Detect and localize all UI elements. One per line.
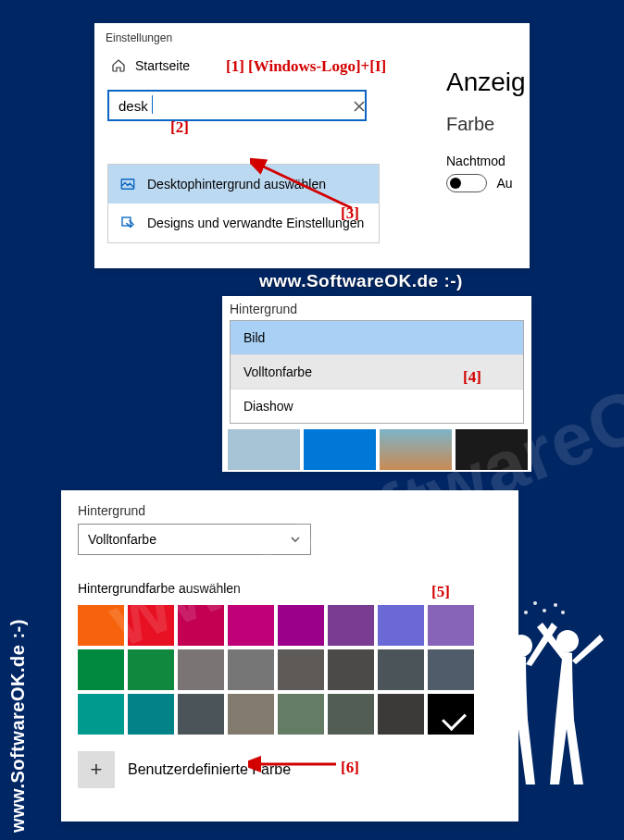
settings-right-pane: Anzeig Farbe Nachtmod Au	[446, 68, 526, 192]
svg-point-8	[533, 601, 537, 605]
thumbnail[interactable]	[456, 429, 528, 470]
svg-rect-1	[122, 217, 131, 226]
picture-icon	[119, 176, 136, 192]
color-swatch[interactable]	[78, 605, 124, 646]
plus-icon: +	[91, 758, 103, 782]
svg-point-7	[554, 603, 557, 607]
color-swatch[interactable]	[78, 694, 124, 735]
clear-search-button[interactable]	[350, 97, 368, 116]
color-swatch[interactable]	[228, 649, 274, 690]
svg-point-9	[561, 611, 565, 614]
color-swatch[interactable]	[78, 649, 124, 690]
chevron-down-icon	[290, 534, 301, 545]
custom-color-label: Benutzerdefinierte Farbe	[128, 761, 291, 778]
color-grid	[78, 605, 502, 735]
search-suggestions: Desktophintergrund auswählen Designs und…	[107, 164, 380, 243]
background-dropdown-panel: Hintergrund Bild Volltonfarbe Diashow	[222, 296, 531, 472]
color-swatch[interactable]	[328, 605, 374, 646]
dropdown-option-solid[interactable]: Volltonfarbe	[231, 355, 523, 389]
window-title: Einstellungen	[94, 23, 530, 53]
solid-color-panel: Hintergrund Volltonfarbe Hintergrundfarb…	[61, 490, 518, 821]
color-swatch[interactable]	[178, 694, 224, 735]
dropdown-option-slideshow[interactable]: Diashow	[231, 389, 523, 423]
suggestion-item-themes[interactable]: Designs und verwandte Einstellungen	[108, 204, 379, 242]
color-swatch[interactable]	[428, 605, 474, 646]
color-swatch[interactable]	[228, 605, 274, 646]
color-swatch[interactable]	[128, 605, 174, 646]
suggestion-label: Desktophintergrund auswählen	[147, 177, 326, 191]
close-icon	[354, 101, 365, 112]
background-thumbnails	[222, 422, 533, 472]
color-swatch[interactable]	[128, 694, 174, 735]
color-swatch[interactable]	[328, 694, 374, 735]
home-icon	[111, 58, 126, 73]
suggestion-label: Designs und verwandte Einstellungen	[147, 216, 364, 230]
pen-icon	[119, 215, 136, 231]
watermark-body: www.SoftwareOK.de :-)	[259, 271, 463, 291]
settings-search-panel: Einstellungen Startseite Desktophintergr…	[94, 23, 530, 268]
color-swatch[interactable]	[128, 649, 174, 690]
color-picker-label: Hintergrundfarbe auswählen	[78, 581, 502, 596]
background-label: Hintergrund	[222, 296, 531, 320]
night-mode-label: Nachtmod	[446, 154, 526, 168]
color-swatch[interactable]	[178, 649, 224, 690]
dropdown-option-picture[interactable]: Bild	[231, 321, 523, 355]
color-swatch[interactable]	[428, 649, 474, 690]
color-swatch[interactable]	[378, 605, 424, 646]
thumbnail[interactable]	[380, 429, 452, 470]
color-swatch[interactable]	[228, 694, 274, 735]
watermark-side: www.SoftwareOK.de :-)	[7, 619, 29, 833]
color-swatch[interactable]	[378, 694, 424, 735]
custom-color-button[interactable]: +	[78, 751, 115, 788]
select-value: Volltonfarbe	[88, 532, 156, 547]
color-swatch[interactable]	[278, 694, 324, 735]
night-mode-toggle[interactable]	[446, 174, 487, 192]
color-swatch[interactable]	[428, 694, 474, 735]
background-select[interactable]: Volltonfarbe	[78, 524, 311, 555]
home-label: Startseite	[135, 58, 190, 73]
section-heading: Farbe	[446, 114, 526, 135]
color-swatch[interactable]	[378, 649, 424, 690]
background-dropdown[interactable]: Bild Volltonfarbe Diashow	[230, 320, 524, 424]
search-input[interactable]	[107, 90, 367, 121]
thumbnail[interactable]	[304, 429, 376, 470]
svg-point-5	[556, 630, 579, 652]
color-swatch[interactable]	[278, 605, 324, 646]
text-caret	[152, 95, 153, 114]
background-label: Hintergrund	[78, 503, 502, 518]
color-swatch[interactable]	[178, 605, 224, 646]
svg-point-10	[524, 611, 528, 614]
color-swatch[interactable]	[278, 649, 324, 690]
toggle-state-label: Au	[496, 176, 512, 191]
suggestion-item-background[interactable]: Desktophintergrund auswählen	[108, 165, 379, 204]
svg-point-6	[543, 609, 546, 612]
color-swatch[interactable]	[328, 649, 374, 690]
thumbnail[interactable]	[228, 429, 300, 470]
page-heading: Anzeig	[446, 68, 526, 97]
